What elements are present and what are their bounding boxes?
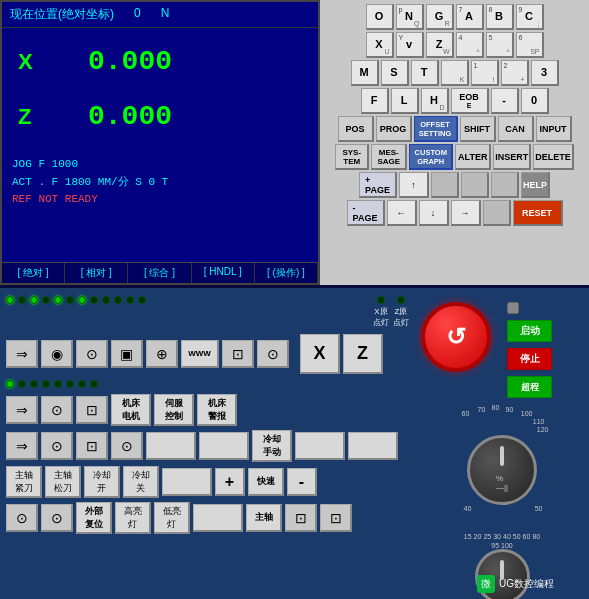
key-OFFSET[interactable]: OFFSETSETTING: [414, 116, 458, 142]
mkey-blank-5[interactable]: [162, 468, 212, 496]
key-G[interactable]: GR: [426, 4, 454, 30]
key-left[interactable]: ←: [387, 200, 417, 226]
key-MESSAGE[interactable]: MES-SAGE: [371, 144, 407, 170]
mkey-plus[interactable]: +: [215, 468, 245, 496]
key-3[interactable]: 3: [531, 60, 559, 86]
wechat-icon: 微: [477, 575, 495, 593]
mkey-mode-1[interactable]: ⇒: [6, 340, 38, 368]
key-POS[interactable]: POS: [338, 116, 374, 142]
mkey-blank-1[interactable]: [146, 432, 196, 460]
mkey-r2-1[interactable]: ⇒: [6, 396, 38, 424]
key-Z[interactable]: ZW: [426, 32, 454, 58]
key-page-up[interactable]: +PAGE: [359, 172, 397, 198]
mkey-www[interactable]: WWW: [181, 340, 219, 368]
mkey-hi-light[interactable]: 高亮灯: [115, 502, 151, 534]
key-M[interactable]: M: [351, 60, 379, 86]
top-section: 现在位置(绝对坐标) 0 N X 0.000 Z 0.000 JOG F 100…: [0, 0, 589, 285]
key-H[interactable]: HD: [421, 88, 449, 114]
key-S[interactable]: S: [381, 60, 409, 86]
key-INPUT[interactable]: INPUT: [536, 116, 572, 142]
key-T[interactable]: T: [411, 60, 439, 86]
mkey-servo-control[interactable]: 伺服控制: [154, 394, 194, 426]
mkey-coolant-on[interactable]: 冷却开: [84, 466, 120, 498]
key-0[interactable]: 0: [521, 88, 549, 114]
mkey-X-axis[interactable]: X: [300, 334, 340, 374]
mkey-coolant-manual[interactable]: 冷却手动: [252, 430, 292, 462]
key-RESET[interactable]: RESET: [513, 200, 563, 226]
mkey-machine-motor[interactable]: 机床电机: [111, 394, 151, 426]
key-minus[interactable]: -: [491, 88, 519, 114]
key-EOB[interactable]: EOBE: [451, 88, 489, 114]
mkey-ext-reset[interactable]: 外部复位: [76, 502, 112, 534]
mkey-r2-2[interactable]: ⊙: [41, 396, 73, 424]
mkey-blank-4[interactable]: [348, 432, 398, 460]
mkey-minus[interactable]: -: [287, 468, 317, 496]
key-1[interactable]: 1!: [471, 60, 499, 86]
mkey-r5-2[interactable]: ⊙: [41, 504, 73, 532]
mkey-Z-axis[interactable]: Z: [343, 334, 383, 374]
mkey-coolant-off[interactable]: 冷却关: [123, 466, 159, 498]
mkey-blank-2[interactable]: [199, 432, 249, 460]
mkey-mode-7[interactable]: ⊡: [222, 340, 254, 368]
key-6[interactable]: 6SP: [516, 32, 544, 58]
key-PROG[interactable]: PROG: [376, 116, 412, 142]
key-SYSTEM[interactable]: SYS-TEM: [335, 144, 369, 170]
key-9[interactable]: 9C;: [516, 4, 544, 30]
mkey-mode-3[interactable]: ⊙: [76, 340, 108, 368]
key-HELP[interactable]: HELP: [521, 172, 550, 198]
key-SHIFT[interactable]: SHIFT: [460, 116, 496, 142]
key-INSERT[interactable]: INSERT: [493, 144, 531, 170]
mkey-mode-8[interactable]: ⊙: [257, 340, 289, 368]
mkey-mode-4[interactable]: ▣: [111, 340, 143, 368]
tab-relative[interactable]: [ 相对 ]: [65, 263, 128, 283]
mkey-mode-5[interactable]: ⊕: [146, 340, 178, 368]
mkey-spindle-loosen[interactable]: 主轴松刀: [45, 466, 81, 498]
mkey-rapid[interactable]: 快速: [248, 468, 284, 496]
key-L[interactable]: L: [391, 88, 419, 114]
key-Y[interactable]: Yv: [396, 32, 424, 58]
key-O[interactable]: O: [366, 4, 394, 30]
mkey-r5-icon1[interactable]: ⊡: [285, 504, 317, 532]
mkey-spindle[interactable]: 主轴: [246, 504, 282, 532]
key-down[interactable]: ↓: [419, 200, 449, 226]
key-8[interactable]: 8B: [486, 4, 514, 30]
key-7[interactable]: 7A: [456, 4, 484, 30]
key-F[interactable]: F: [361, 88, 389, 114]
emergency-stop[interactable]: ↺: [421, 302, 491, 372]
mkey-r2-3[interactable]: ⊡: [76, 396, 108, 424]
tab-hndl[interactable]: [ HNDL ]: [192, 263, 255, 283]
tab-combined[interactable]: [ 综合 ]: [128, 263, 191, 283]
col1-value: 0: [134, 6, 141, 23]
mkey-r3-2[interactable]: ⊙: [41, 432, 73, 460]
overtravel-button[interactable]: 超程: [507, 376, 552, 398]
key-DELETE[interactable]: DELETE: [533, 144, 574, 170]
key-5[interactable]: 5^: [486, 32, 514, 58]
key-4[interactable]: 4^: [456, 32, 484, 58]
mkey-lo-light[interactable]: 低亮灯: [154, 502, 190, 534]
key-X[interactable]: XU: [366, 32, 394, 58]
mkey-r5-icon2[interactable]: ⊡: [320, 504, 352, 532]
mkey-r3-1[interactable]: ⇒: [6, 432, 38, 460]
key-CUSTOM[interactable]: CUSTOMGRAPH: [409, 144, 453, 170]
key-page-down[interactable]: -PAGE: [347, 200, 385, 226]
tab-absolute[interactable]: [ 绝对 ]: [2, 263, 65, 283]
mkey-r5-1[interactable]: ⊙: [6, 504, 38, 532]
mkey-blank-6[interactable]: [193, 504, 243, 532]
mkey-spindle-clamp[interactable]: 主轴紧刀: [6, 466, 42, 498]
key-N[interactable]: pNQ: [396, 4, 424, 30]
mkey-r3-4[interactable]: ⊙: [111, 432, 143, 460]
feed-rate-dial[interactable]: %—||: [467, 435, 537, 505]
stop-button[interactable]: 停止: [507, 348, 552, 370]
key-2[interactable]: 2+: [501, 60, 529, 86]
key-ALTER[interactable]: ALTER: [455, 144, 491, 170]
mkey-mode-2[interactable]: ◉: [41, 340, 73, 368]
start-button[interactable]: 启动: [507, 320, 552, 342]
key-CAN[interactable]: CAN: [498, 116, 534, 142]
tab-operation[interactable]: [ (操作) ]: [255, 263, 318, 283]
key-right[interactable]: →: [451, 200, 481, 226]
mkey-blank-3[interactable]: [295, 432, 345, 460]
key-K[interactable]: K: [441, 60, 469, 86]
mkey-r3-3[interactable]: ⊡: [76, 432, 108, 460]
key-up[interactable]: ↑: [399, 172, 429, 198]
mkey-machine-alarm[interactable]: 机床警报: [197, 394, 237, 426]
